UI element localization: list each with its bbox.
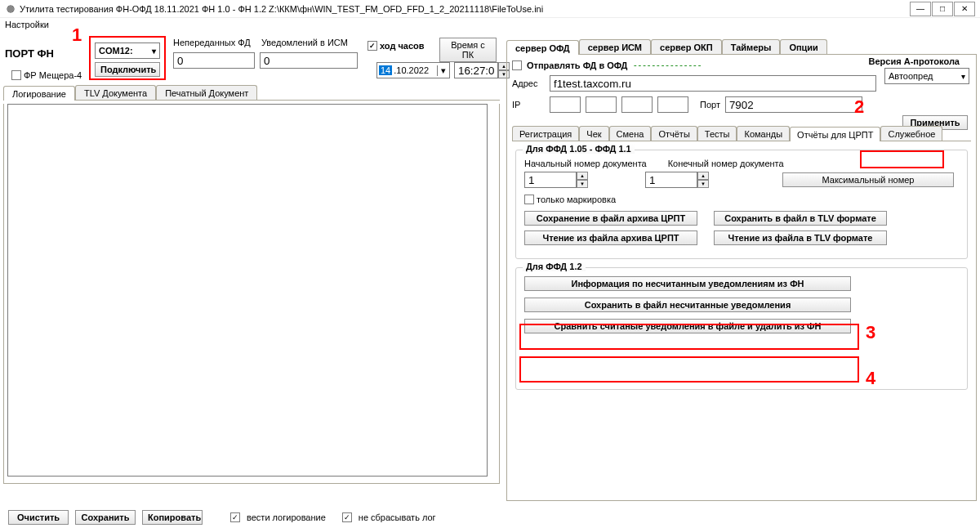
right-panel: сервер ОФД сервер ИСМ сервер ОКП Таймеры… (503, 33, 980, 528)
ip-input-2[interactable] (586, 96, 617, 113)
date-day-selected: 14 (379, 65, 392, 75)
ip-input-4[interactable] (657, 96, 688, 113)
port-label: Порт (700, 100, 720, 110)
save-unread-button[interactable]: Сохранить в файл несчитанные уведомления (524, 298, 851, 312)
notifications-label: Уведомлений в ИСМ (261, 38, 348, 47)
start-doc-label: Начальный номер документа (524, 159, 647, 168)
read-tlv-button[interactable]: Чтение из файла в TLV формате (714, 230, 887, 245)
ip-input-1[interactable] (550, 96, 581, 113)
minimize-button[interactable]: — (910, 2, 931, 16)
subtab-service[interactable]: Служебное (880, 126, 942, 141)
max-number-button[interactable]: Максимальный номер (782, 172, 954, 187)
tab-timers[interactable]: Таймеры (722, 39, 781, 54)
tab-logging[interactable]: Логирование (3, 86, 75, 101)
subtab-shift[interactable]: Смена (609, 126, 652, 141)
checkbox-icon[interactable]: ✓ (230, 512, 240, 522)
tab-print-doc[interactable]: Печатный Документ (156, 85, 257, 100)
save-crpt-button[interactable]: Сохранение в файл архива ЦРПТ (524, 211, 697, 226)
tab-server-okp[interactable]: сервер ОКП (651, 39, 722, 54)
highlight-box-4 (519, 356, 859, 383)
subtab-reports[interactable]: Отчёты (651, 126, 697, 141)
window-title: Утилита тестирования ФН-ОФД 18.11.2021 Ф… (20, 4, 909, 14)
ffd12-title: Для ФФД 1.2 (523, 262, 586, 271)
subtab-registration[interactable]: Регистрация (512, 126, 579, 141)
unsent-fd-label: Непереданных ФД (173, 38, 251, 47)
close-button[interactable]: ✕ (954, 2, 975, 16)
subtab-tests[interactable]: Тесты (697, 126, 737, 141)
highlight-box-3 (519, 324, 859, 350)
date-rest: .10.2022 (392, 65, 437, 75)
fr-meshera-check[interactable]: ФР Мещера-4 (11, 70, 82, 80)
only-marking-label: только маркировка (537, 195, 616, 204)
notifications-input[interactable] (260, 52, 358, 69)
date-picker[interactable]: 14 .10.2022 (376, 62, 450, 78)
annotation-3: 3 (866, 322, 875, 343)
no-reset-label: не сбрасывать лог (359, 512, 436, 522)
clock-run-check[interactable]: ✓ ход часов (368, 41, 425, 51)
tab-server-ism[interactable]: сервер ИСМ (579, 39, 651, 54)
checkbox-icon[interactable]: ✓ (342, 512, 352, 522)
send-ofd-label: Отправлять ФД в ОФД (527, 60, 627, 70)
ffd105-group: Для ФФД 1.05 - ФФД 1.1 Начальный номер д… (515, 150, 968, 259)
address-label: Адрес (512, 78, 545, 88)
log-tab-content (3, 104, 500, 484)
tab-server-ofd[interactable]: сервер ОФД (506, 40, 579, 55)
left-panel: ПОРТ ФН COM12: Подключить ФР Мещера-4 Не… (0, 33, 503, 528)
subtab-commands[interactable]: Команды (737, 126, 790, 141)
window-controls: — □ ✕ (909, 2, 975, 16)
sub-tabs: Регистрация Чек Смена Отчёты Тесты Коман… (512, 126, 971, 141)
server-tabs: сервер ОФД сервер ИСМ сервер ОКП Таймеры… (506, 39, 977, 55)
ip-input-3[interactable] (621, 96, 653, 113)
highlight-box-1 (89, 36, 166, 80)
address-input[interactable] (550, 75, 876, 92)
titlebar: Утилита тестирования ФН-ОФД 18.11.2021 Ф… (0, 0, 980, 18)
annotation-1: 1 (72, 25, 82, 46)
tab-tlv-doc[interactable]: TLV Документа (75, 85, 156, 100)
time-from-pc-button[interactable]: Время с ПК (439, 38, 497, 62)
log-textarea[interactable] (7, 104, 488, 477)
app-icon (5, 3, 16, 15)
end-doc-label: Конечный номер документа (668, 159, 784, 168)
menubar: Настройки (0, 18, 980, 33)
status-dashes: --------------- (632, 60, 701, 70)
checkbox-icon (524, 195, 534, 204)
clock-run-label: ход часов (380, 41, 425, 51)
save-tlv-button[interactable]: Сохранить в файл в TLV формате (714, 211, 887, 226)
start-doc-input[interactable]: ▲▼ (524, 172, 588, 188)
log-buttons: Очистить Сохранить Копировать ✓ вести ло… (8, 510, 436, 525)
save-button[interactable]: Сохранить (75, 510, 136, 525)
left-tabs: Логирование TLV Документа Печатный Докум… (3, 85, 500, 101)
fr-meshera-label: ФР Мещера-4 (24, 70, 82, 80)
checkbox-icon (11, 70, 21, 80)
copy-button[interactable]: Копировать (142, 510, 203, 525)
annotation-2: 2 (854, 96, 864, 118)
read-crpt-button[interactable]: Чтение из файла архива ЦРПТ (524, 230, 697, 245)
checkbox-icon: ✓ (368, 41, 377, 51)
info-unread-button[interactable]: Информация по несчитанным уведомлениям и… (524, 276, 851, 291)
tab-options[interactable]: Опции (780, 39, 827, 54)
unsent-fd-input[interactable] (173, 52, 255, 69)
protocol-version-combo[interactable]: Автоопред (884, 68, 969, 84)
ip-label: IP (512, 100, 545, 110)
subtab-crpt-reports[interactable]: Отчёты для ЦРПТ (790, 127, 880, 141)
ffd105-title: Для ФФД 1.05 - ФФД 1.1 (523, 144, 635, 154)
time-input[interactable] (454, 62, 498, 78)
protocol-version-label: Версия А-протокола (869, 56, 960, 66)
checkbox-icon[interactable] (512, 60, 522, 70)
only-marking-check[interactable]: только маркировка (524, 195, 959, 204)
port-fn-label: ПОРТ ФН (5, 47, 54, 60)
subtab-check[interactable]: Чек (579, 126, 608, 141)
port-input[interactable] (725, 96, 862, 113)
end-doc-input[interactable]: ▲▼ (645, 172, 709, 188)
maximize-button[interactable]: □ (932, 2, 953, 16)
annotation-4: 4 (866, 368, 875, 389)
clear-button[interactable]: Очистить (8, 510, 69, 525)
menu-settings[interactable]: Настройки (5, 20, 49, 29)
do-logging-label: вести логирование (247, 512, 326, 522)
ofd-panel: Отправлять ФД в ОФД --------------- Верс… (506, 55, 977, 501)
